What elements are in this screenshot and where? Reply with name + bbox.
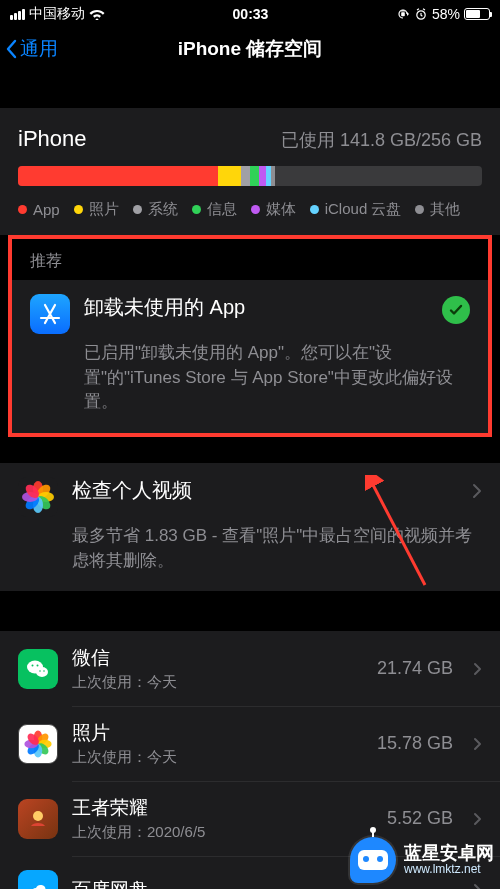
recommend-offload[interactable]: 卸载未使用的 App 已启用"卸载未使用的 App"。您可以在"设置"的"iTu… (12, 280, 488, 433)
wifi-icon (89, 8, 105, 20)
back-button[interactable]: 通用 (6, 26, 58, 72)
legend-dot-icon (251, 205, 260, 214)
legend-item: 照片 (74, 200, 119, 219)
app-size: 21.74 GB (377, 658, 453, 679)
storage-bar-segment (218, 166, 241, 186)
device-label: iPhone (18, 126, 87, 152)
back-label: 通用 (20, 36, 58, 62)
clock: 00:33 (233, 6, 269, 22)
app-row[interactable]: 照片上次使用：今天15.78 GB (0, 706, 500, 781)
legend-dot-icon (74, 205, 83, 214)
legend-item: 系统 (133, 200, 178, 219)
storage-bar-segment (259, 166, 266, 186)
app-name: 微信 (72, 645, 363, 671)
legend-item: 其他 (415, 200, 460, 219)
svg-point-5 (37, 664, 39, 666)
chevron-right-icon (472, 483, 482, 499)
legend-label: 系统 (148, 200, 178, 219)
svg-point-7 (43, 670, 45, 672)
app-row[interactable]: 微信上次使用：今天21.74 GB (0, 631, 500, 706)
storage-legend: App照片系统信息媒体iCloud 云盘其他 (18, 200, 482, 219)
legend-item: 媒体 (251, 200, 296, 219)
app-size: 15.78 GB (377, 733, 453, 754)
app-last-used: 上次使用：今天 (72, 673, 363, 692)
watermark-title: 蓝星安卓网 (404, 844, 494, 864)
legend-label: iCloud 云盘 (325, 200, 402, 219)
review-video-title: 检查个人视频 (72, 477, 482, 504)
storage-bar-segment (241, 166, 250, 186)
watermark-logo-icon (350, 837, 396, 883)
legend-dot-icon (192, 205, 201, 214)
legend-label: 媒体 (266, 200, 296, 219)
signal-icon (10, 9, 25, 20)
watermark: 蓝星安卓网 www.lmktz.net (350, 837, 494, 883)
svg-point-3 (36, 667, 48, 677)
legend-label: 其他 (430, 200, 460, 219)
svg-rect-0 (401, 12, 405, 16)
legend-item: iCloud 云盘 (310, 200, 402, 219)
app-size: 5.52 GB (387, 808, 453, 829)
app-name: 王者荣耀 (72, 795, 373, 821)
legend-label: 照片 (89, 200, 119, 219)
wzry-icon (18, 799, 58, 839)
storage-summary: iPhone 已使用 141.8 GB/256 GB App照片系统信息媒体iC… (0, 108, 500, 235)
appstore-icon (30, 294, 70, 334)
offload-title: 卸载未使用的 App (84, 294, 470, 321)
baidupan-icon (18, 870, 58, 889)
legend-dot-icon (18, 205, 27, 214)
storage-bar-segment (250, 166, 259, 186)
app-last-used: 上次使用：今天 (72, 748, 363, 767)
status-bar: 中国移动 00:33 58% (0, 0, 500, 26)
legend-dot-icon (310, 205, 319, 214)
highlight-annotation: 推荐 卸载未使用的 App 已启用"卸载未使用的 App"。您可以在"设置"的"… (8, 235, 492, 437)
svg-point-4 (32, 664, 34, 666)
legend-dot-icon (133, 205, 142, 214)
chevron-right-icon (473, 662, 482, 676)
orientation-lock-icon (396, 7, 410, 21)
enabled-check-icon (442, 296, 470, 324)
storage-bar (18, 166, 482, 186)
legend-dot-icon (415, 205, 424, 214)
alarm-icon (414, 7, 428, 21)
recommend-review-video[interactable]: 检查个人视频 最多节省 1.83 GB - 查看"照片"中最占空间的视频并考虑将… (0, 463, 500, 591)
page-title: iPhone 储存空间 (178, 36, 323, 62)
wechat-icon (18, 649, 58, 689)
storage-used-text: 已使用 141.8 GB/256 GB (281, 128, 482, 152)
chevron-right-icon (473, 737, 482, 751)
review-video-desc: 最多节省 1.83 GB - 查看"照片"中最占空间的视频并考虑将其删除。 (72, 524, 482, 573)
recommend-header: 推荐 (12, 239, 488, 280)
app-name: 照片 (72, 720, 363, 746)
legend-item: 信息 (192, 200, 237, 219)
battery-pct: 58% (432, 6, 460, 22)
svg-point-8 (33, 811, 43, 821)
storage-bar-segment (18, 166, 218, 186)
watermark-url: www.lmktz.net (404, 863, 494, 876)
legend-label: App (33, 201, 60, 218)
chevron-right-icon (473, 812, 482, 826)
chevron-right-icon (473, 883, 482, 889)
nav-bar: 通用 iPhone 储存空间 (0, 26, 500, 72)
app-last-used: 上次使用：2020/6/5 (72, 823, 373, 842)
battery-icon (464, 8, 490, 20)
storage-bar-segment (271, 166, 276, 186)
photos-icon (18, 477, 58, 517)
legend-item: App (18, 200, 60, 219)
svg-point-6 (39, 670, 41, 672)
carrier-label: 中国移动 (29, 5, 85, 23)
legend-label: 信息 (207, 200, 237, 219)
offload-desc: 已启用"卸载未使用的 App"。您可以在"设置"的"iTunes Store 与… (84, 341, 470, 415)
photos-icon (18, 724, 58, 764)
